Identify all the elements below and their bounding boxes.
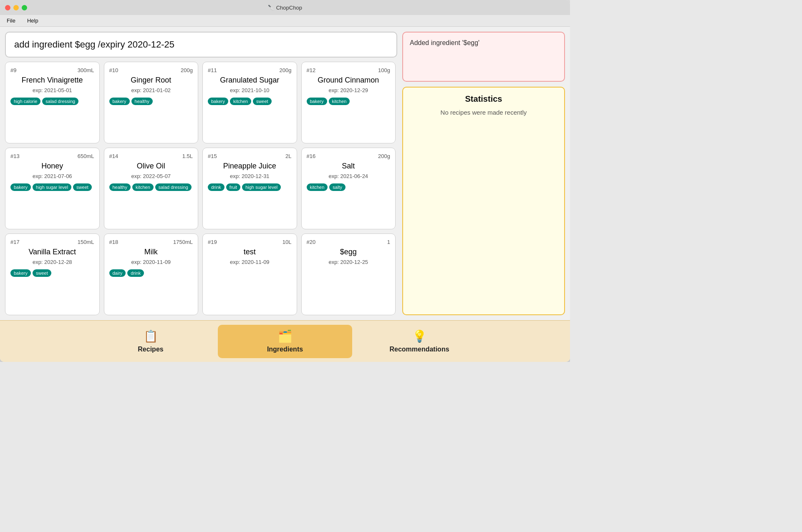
ingredient-tag: sweet: [253, 98, 272, 105]
traffic-lights: [5, 5, 27, 10]
ingredient-amount: 200g: [378, 153, 390, 159]
ingredient-tag: fruit: [226, 183, 240, 191]
ingredient-card[interactable]: #13650mLHoneyexp: 2021-07-06bakeryhigh s…: [5, 148, 100, 229]
ingredient-name: test: [208, 248, 292, 256]
statistics-box: Statistics No recipes were made recently: [402, 87, 565, 315]
card-header: #11200g: [208, 67, 292, 73]
ingredient-id: #9: [10, 67, 16, 73]
ingredient-tags: bakerykitchensweet: [208, 98, 292, 105]
nav-item-recommendations[interactable]: 💡Recommendations: [352, 325, 487, 358]
ingredient-id: #18: [109, 239, 119, 245]
ingredient-tag: high calorie: [10, 98, 40, 105]
ingredient-card[interactable]: #1910Ltestexp: 2020-11-09: [202, 233, 297, 315]
ingredient-tags: kitchensalty: [307, 183, 391, 191]
ingredient-name: Honey: [10, 162, 94, 171]
ingredient-name: Ground Cinnamon: [307, 76, 391, 85]
ingredients-grid: #9300mLFrench Vinaigretteexp: 2021-05-01…: [5, 62, 397, 315]
recommendations-icon: 💡: [412, 329, 427, 343]
ingredient-amount: 150mL: [78, 239, 94, 245]
ingredient-amount: 2L: [285, 153, 291, 159]
ingredient-id: #16: [307, 153, 316, 159]
ingredient-tag: sweet: [73, 183, 92, 191]
ingredient-card[interactable]: #17150mLVanilla Extractexp: 2020-12-28ba…: [5, 233, 100, 315]
ingredient-tags: drinkfruithigh sugar level: [208, 183, 292, 191]
ingredient-card[interactable]: #181750mLMilkexp: 2020-11-09dairydrink: [104, 233, 199, 315]
card-header: #181750mL: [109, 239, 193, 245]
ingredient-amount: 100g: [378, 67, 390, 73]
ingredient-tag: kitchen: [230, 98, 251, 105]
app-window: 🔪 ChopChop File Help #9300mLFrench Vinai…: [0, 0, 570, 362]
ingredient-tag: high sugar level: [33, 183, 71, 191]
ingredient-tag: salad dressing: [42, 98, 78, 105]
nav-label-recipes: Recipes: [138, 346, 163, 353]
main-content: #9300mLFrench Vinaigretteexp: 2021-05-01…: [0, 27, 570, 320]
ingredient-tag: drink: [127, 269, 144, 277]
nav-item-ingredients[interactable]: 🗂️Ingredients: [218, 325, 352, 358]
ingredient-tag: kitchen: [132, 183, 154, 191]
ingredient-tag: salad dressing: [155, 183, 192, 191]
right-panel: Added ingredient '$egg' Statistics No re…: [402, 32, 565, 315]
title-bar: 🔪 ChopChop: [0, 0, 570, 15]
ingredient-name: Olive Oil: [109, 162, 193, 171]
ingredient-name: Milk: [109, 248, 193, 256]
ingredient-id: #17: [10, 239, 20, 245]
ingredient-name: Salt: [307, 162, 391, 171]
ingredient-card[interactable]: #16200gSaltexp: 2021-06-24kitchensalty: [301, 148, 396, 229]
ingredient-name: Granulated Sugar: [208, 76, 292, 85]
card-header: #9300mL: [10, 67, 94, 73]
notification-text: Added ingredient '$egg': [410, 39, 479, 46]
minimize-button[interactable]: [13, 5, 19, 10]
card-header: #10200g: [109, 67, 193, 73]
ingredient-expiry: exp: 2020-12-31: [208, 173, 292, 179]
ingredient-tags: dairydrink: [109, 269, 193, 277]
ingredient-card[interactable]: #12100gGround Cinnamonexp: 2020-12-29bak…: [301, 62, 396, 143]
command-input[interactable]: [5, 32, 397, 58]
ingredient-name: $egg: [307, 248, 391, 256]
card-header: #201: [307, 239, 391, 245]
card-header: #152L: [208, 153, 292, 159]
ingredient-card[interactable]: #9300mLFrench Vinaigretteexp: 2021-05-01…: [5, 62, 100, 143]
ingredient-expiry: exp: 2020-12-25: [307, 259, 391, 265]
ingredient-name: Pineapple Juice: [208, 162, 292, 171]
menu-help[interactable]: Help: [25, 17, 41, 25]
window-title: 🔪 ChopChop: [268, 5, 302, 11]
ingredient-card[interactable]: #201$eggexp: 2020-12-25: [301, 233, 396, 315]
ingredient-id: #11: [208, 67, 217, 73]
ingredient-tags: bakerykitchen: [307, 98, 391, 105]
bottom-nav: 📋Recipes🗂️Ingredients💡Recommendations: [0, 320, 570, 362]
ingredient-id: #13: [10, 153, 20, 159]
menu-file[interactable]: File: [4, 17, 18, 25]
statistics-title: Statistics: [410, 94, 557, 104]
statistics-empty: No recipes were made recently: [410, 109, 557, 116]
card-header: #16200g: [307, 153, 391, 159]
card-header: #141.5L: [109, 153, 193, 159]
ingredient-card[interactable]: #10200gGinger Rootexp: 2021-01-02bakeryh…: [104, 62, 199, 143]
card-header: #17150mL: [10, 239, 94, 245]
ingredient-card[interactable]: #11200gGranulated Sugarexp: 2021-10-10ba…: [202, 62, 297, 143]
ingredient-tags: healthykitchensalad dressing: [109, 183, 193, 191]
ingredient-card[interactable]: #141.5LOlive Oilexp: 2022-05-07healthyki…: [104, 148, 199, 229]
ingredient-tag: sweet: [33, 269, 51, 277]
ingredient-expiry: exp: 2020-12-29: [307, 87, 391, 93]
ingredient-expiry: exp: 2020-12-28: [10, 259, 94, 265]
nav-item-recipes[interactable]: 📋Recipes: [83, 325, 218, 358]
nav-label-ingredients: Ingredients: [267, 346, 303, 353]
ingredient-tag: kitchen: [307, 183, 328, 191]
notification-box: Added ingredient '$egg': [402, 32, 565, 82]
close-button[interactable]: [5, 5, 10, 10]
ingredient-tags: bakerysweet: [10, 269, 94, 277]
ingredient-tag: high sugar level: [242, 183, 281, 191]
ingredient-name: Ginger Root: [109, 76, 193, 85]
menu-bar: File Help: [0, 15, 570, 27]
ingredient-tag: drink: [208, 183, 224, 191]
card-header: #13650mL: [10, 153, 94, 159]
ingredient-amount: 200g: [280, 67, 292, 73]
ingredient-amount: 300mL: [78, 67, 94, 73]
maximize-button[interactable]: [22, 5, 27, 10]
ingredient-tag: bakery: [307, 98, 327, 105]
ingredient-tag: bakery: [208, 98, 228, 105]
card-header: #12100g: [307, 67, 391, 73]
ingredient-card[interactable]: #152LPineapple Juiceexp: 2020-12-31drink…: [202, 148, 297, 229]
ingredient-amount: 1750mL: [173, 239, 193, 245]
ingredient-expiry: exp: 2022-05-07: [109, 173, 193, 179]
